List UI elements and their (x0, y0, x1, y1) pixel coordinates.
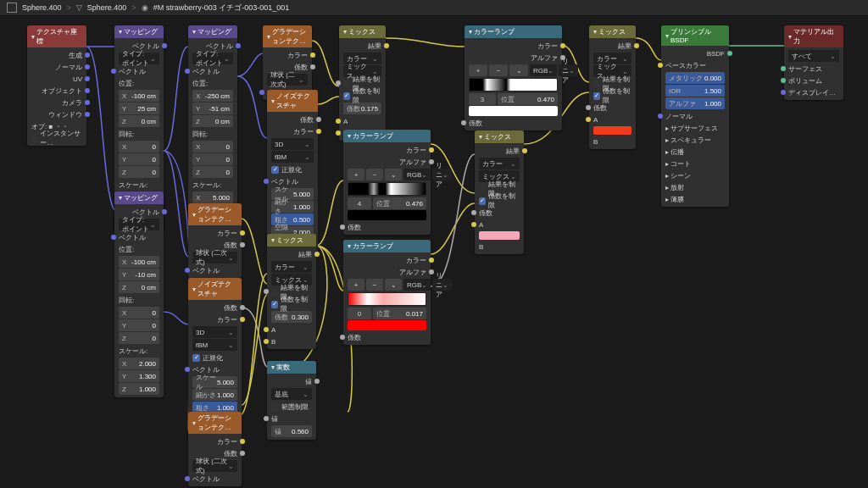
node-title[interactable]: マテリアル出力 (784, 25, 843, 47)
scl-x[interactable]: X2.000 (119, 358, 159, 369)
ramp-stop-color[interactable] (348, 210, 426, 220)
crumb-2[interactable]: Sphere.400 (87, 3, 127, 12)
socket-vector-out[interactable]: ベクトル (114, 206, 164, 218)
ramp-stop-color[interactable] (469, 106, 558, 116)
node-title[interactable]: カラーランプ (343, 240, 431, 252)
mapping-type[interactable]: タイプ: ポイント (192, 53, 233, 64)
socket-vector-in[interactable]: ベクトル (114, 65, 164, 77)
loc-z[interactable]: Z0 cm (192, 115, 233, 127)
noise-scale[interactable]: スケール5.000 (192, 376, 237, 388)
node-title[interactable]: ノイズテクスチャ (188, 278, 242, 300)
ramp-remove[interactable]: − (489, 64, 508, 76)
socket-result[interactable]: 結果 (589, 40, 636, 52)
socket-fac[interactable]: 係数 (188, 447, 242, 459)
socket-window[interactable]: ウィンドウ (27, 108, 86, 120)
noise-dim[interactable]: 3D (192, 326, 237, 338)
float-value[interactable]: 値0.560 (271, 425, 312, 437)
socket-fac[interactable]: 係数 (188, 239, 242, 251)
loc-z[interactable]: Z0 cm (119, 281, 159, 293)
socket-camera[interactable]: カメラ (27, 97, 86, 108)
node-title[interactable]: マッピング (114, 191, 164, 204)
socket-vector-in[interactable]: ベクトル (114, 231, 164, 243)
socket-color[interactable]: カラー (188, 227, 242, 239)
panel-subsurf[interactable]: ▸ サブサーフェス (661, 122, 729, 134)
rot-y[interactable]: Y0 (192, 153, 233, 165)
socket-a[interactable]: A (267, 324, 316, 336)
scl-z[interactable]: Z1.000 (119, 383, 159, 395)
node-title[interactable]: 実数 (267, 361, 316, 374)
socket-alpha[interactable]: アルファ (343, 266, 431, 278)
loc-x[interactable]: X-100 cm (119, 256, 159, 268)
socket-vector[interactable]: ベクトル (267, 175, 318, 187)
ramp-add[interactable]: + (348, 169, 364, 180)
node-gradient-2[interactable]: グラデーションテク… カラー 係数 球状 (二次式) ベクトル (188, 203, 242, 278)
node-title[interactable]: プリンシプルBSDF (661, 25, 729, 46)
socket-alpha[interactable]: アルファ (465, 52, 562, 64)
socket-volume[interactable]: ボリューム (784, 75, 843, 86)
metallic[interactable]: メタリック0.000 (665, 72, 725, 84)
node-mapping-2[interactable]: マッピング ベクトル タイプ: ポイント ベクトル 位置: X-250 cm Y… (188, 25, 237, 231)
ramp-menu[interactable]: ⌄ (385, 279, 402, 291)
node-title[interactable]: カラーランプ (343, 130, 431, 142)
node-gradient-1[interactable]: グラデーションテク… カラー 係数 球状 (二次式) ベクトル (263, 25, 312, 100)
socket-color[interactable]: カラー (188, 313, 242, 325)
node-mix-1[interactable]: ミックス 結果 カラー ミックス 結果を制限 ✓係数を制限 係数0.175 A … (339, 25, 386, 141)
socket-object[interactable]: オブジェクト (27, 85, 86, 97)
ramp-gradient[interactable] (348, 292, 426, 306)
socket-vector-out[interactable]: ベクトル (188, 40, 237, 52)
node-title[interactable]: ミックス (589, 25, 636, 38)
socket-surface[interactable]: サーフェス (784, 63, 843, 75)
normalize-check[interactable]: ✓正規化 (267, 164, 318, 175)
loc-x[interactable]: X-100 cm (119, 90, 159, 102)
ramp-gradient[interactable] (469, 78, 558, 92)
scl-x[interactable]: X5.000 (192, 191, 233, 203)
loc-y[interactable]: Y-10 cm (119, 269, 159, 280)
ramp-pos[interactable]: 位置0.017 (373, 308, 426, 319)
socket-result[interactable]: 結果 (475, 145, 524, 157)
rot-x[interactable]: X0 (119, 307, 159, 319)
noise-detail[interactable]: 細かさ1.000 (271, 201, 314, 213)
loc-y[interactable]: Y25 cm (119, 103, 159, 114)
node-mix-mid[interactable]: ミックス 結果 カラー ミックス 結果を制限 ✓係数を制限 係数 A B (475, 130, 524, 254)
panel-emit[interactable]: ▸ 放射 (661, 181, 729, 193)
output-target[interactable]: すべて (788, 50, 839, 62)
ior[interactable]: IOR1.500 (665, 85, 725, 97)
node-title[interactable]: グラデーションテク… (188, 412, 242, 434)
normalize-check[interactable]: ✓正規化 (188, 352, 242, 363)
ramp-idx[interactable]: 0 (348, 308, 371, 319)
color-b[interactable] (593, 126, 632, 135)
noise-type[interactable]: fBM (192, 339, 237, 351)
node-noise-1[interactable]: ノイズテクスチャ 係数 カラー 3D fBM ✓正規化 ベクトル スケール5.0… (267, 90, 318, 253)
node-principled[interactable]: プリンシプルBSDF BSDF ベースカラー メタリック0.000 IOR1.5… (661, 25, 729, 207)
socket-alpha[interactable]: アルファ (343, 156, 431, 168)
socket-normal[interactable]: ノーマル (27, 61, 86, 73)
node-title[interactable]: マッピング (188, 25, 237, 38)
socket-color[interactable]: カラー (465, 40, 562, 52)
ramp-colormode[interactable]: RGB (403, 279, 431, 291)
socket-fac[interactable]: 係数 (465, 117, 562, 129)
ramp-pos[interactable]: 位置0.470 (498, 93, 558, 105)
mix-fac[interactable]: 係数0.300 (271, 311, 312, 323)
node-title[interactable]: テクスチャ座標 (27, 25, 86, 47)
mapping-type[interactable]: タイプ: ポイント (119, 53, 159, 64)
socket-generated[interactable]: 生成 (27, 49, 86, 61)
socket-disp[interactable]: ディスプレイスメント (784, 86, 843, 98)
socket-fac[interactable]: 係数 (343, 221, 431, 233)
socket-color[interactable]: カラー (343, 144, 431, 156)
socket-result[interactable]: 結果 (339, 40, 386, 52)
panel-spec[interactable]: ▸ スペキュラー (661, 134, 729, 146)
loc-z[interactable]: Z0 cm (119, 115, 159, 127)
alpha[interactable]: アルファ1.000 (665, 97, 725, 109)
ramp-menu[interactable]: ⌄ (509, 64, 528, 76)
panel-sheen[interactable]: ▸ シーン (661, 169, 729, 181)
socket-a[interactable]: A (589, 114, 636, 125)
rot-z[interactable]: Z0 (119, 332, 159, 344)
gradient-type[interactable]: 球状 (二次式) (192, 460, 237, 472)
socket-a[interactable]: A (339, 115, 386, 127)
node-mapping-3[interactable]: マッピング ベクトル タイプ: ポイント ベクトル 位置: X-100 cm Y… (114, 191, 164, 397)
socket-result[interactable]: 結果 (267, 248, 316, 260)
socket-vector[interactable]: ベクトル (188, 264, 242, 276)
loc-x[interactable]: X-250 cm (192, 90, 233, 102)
mix-fac[interactable]: 係数0.175 (343, 103, 381, 114)
node-title[interactable]: グラデーションテク… (263, 25, 312, 47)
